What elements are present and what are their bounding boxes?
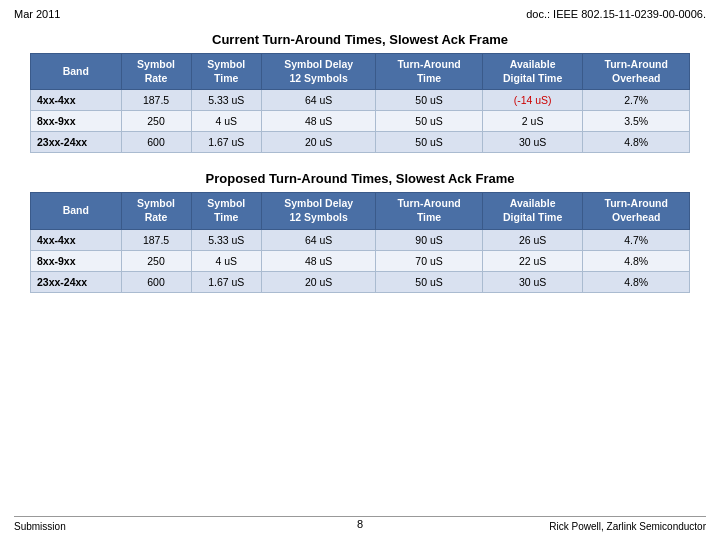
col-turnaround-overhead: Turn-AroundOverhead xyxy=(583,54,690,90)
table2-container: Proposed Turn-Around Times, Slowest Ack … xyxy=(0,171,720,292)
col2-turnaround-time: Turn-AroundTime xyxy=(376,193,482,229)
col2-band: Band xyxy=(31,193,122,229)
table-cell: 1.67 uS xyxy=(191,271,261,292)
table-cell: 48 uS xyxy=(261,250,375,271)
col2-available-digital: AvailableDigital Time xyxy=(482,193,583,229)
header-left: Mar 2011 xyxy=(14,8,60,20)
table-row: 8xx-9xx2504 uS48 uS50 uS2 uS3.5% xyxy=(31,111,690,132)
table-cell: 22 uS xyxy=(482,250,583,271)
footer-right: Rick Powell, Zarlink Semiconductor xyxy=(549,521,706,532)
col-available-digital: AvailableDigital Time xyxy=(482,54,583,90)
page-number: 8 xyxy=(357,518,363,530)
table-cell: 90 uS xyxy=(376,229,482,250)
col2-symbol-rate: SymbolRate xyxy=(121,193,191,229)
table1-header-row: Band SymbolRate SymbolTime Symbol Delay1… xyxy=(31,54,690,90)
table1-container: Current Turn-Around Times, Slowest Ack F… xyxy=(0,32,720,153)
table-cell: 4xx-4xx xyxy=(31,229,122,250)
table2: Band SymbolRate SymbolTime Symbol Delay1… xyxy=(30,192,690,292)
table-cell: 187.5 xyxy=(121,90,191,111)
table-cell: 50 uS xyxy=(376,271,482,292)
table-cell: 50 uS xyxy=(376,90,482,111)
table-cell: 30 uS xyxy=(482,271,583,292)
table-cell: 23xx-24xx xyxy=(31,271,122,292)
table-row: 8xx-9xx2504 uS48 uS70 uS22 uS4.8% xyxy=(31,250,690,271)
table-row: 4xx-4xx187.55.33 uS64 uS90 uS26 uS4.7% xyxy=(31,229,690,250)
table-cell: 4 uS xyxy=(191,111,261,132)
table-cell: 30 uS xyxy=(482,132,583,153)
table-cell: 4.8% xyxy=(583,250,690,271)
footer-left: Submission xyxy=(14,521,66,532)
header-right: doc.: IEEE 802.15-11-0239-00-0006. xyxy=(526,8,706,20)
table-row: 23xx-24xx6001.67 uS20 uS50 uS30 uS4.8% xyxy=(31,132,690,153)
table-cell: 48 uS xyxy=(261,111,375,132)
table-cell: 4.8% xyxy=(583,271,690,292)
table-cell: 250 xyxy=(121,111,191,132)
table-cell: 64 uS xyxy=(261,229,375,250)
table-cell: 4.8% xyxy=(583,132,690,153)
table2-title: Proposed Turn-Around Times, Slowest Ack … xyxy=(30,171,690,186)
table-row: 4xx-4xx187.55.33 uS64 uS50 uS(-14 uS)2.7… xyxy=(31,90,690,111)
table-cell: 50 uS xyxy=(376,132,482,153)
table-cell: 250 xyxy=(121,250,191,271)
col2-turnaround-overhead: Turn-AroundOverhead xyxy=(583,193,690,229)
table-cell: (-14 uS) xyxy=(482,90,583,111)
table-cell: 8xx-9xx xyxy=(31,250,122,271)
col-band: Band xyxy=(31,54,122,90)
col-symbol-time: SymbolTime xyxy=(191,54,261,90)
table-cell: 26 uS xyxy=(482,229,583,250)
table-cell: 23xx-24xx xyxy=(31,132,122,153)
table-cell: 4 uS xyxy=(191,250,261,271)
col-turnaround-time: Turn-AroundTime xyxy=(376,54,482,90)
table-cell: 4xx-4xx xyxy=(31,90,122,111)
table-cell: 1.67 uS xyxy=(191,132,261,153)
table-cell: 2.7% xyxy=(583,90,690,111)
col-symbol-delay: Symbol Delay12 Symbols xyxy=(261,54,375,90)
table-cell: 5.33 uS xyxy=(191,90,261,111)
table-cell: 5.33 uS xyxy=(191,229,261,250)
table-cell: 2 uS xyxy=(482,111,583,132)
table1: Band SymbolRate SymbolTime Symbol Delay1… xyxy=(30,53,690,153)
table-cell: 50 uS xyxy=(376,111,482,132)
table-cell: 20 uS xyxy=(261,271,375,292)
table2-header-row: Band SymbolRate SymbolTime Symbol Delay1… xyxy=(31,193,690,229)
table-row: 23xx-24xx6001.67 uS20 uS50 uS30 uS4.8% xyxy=(31,271,690,292)
col2-symbol-time: SymbolTime xyxy=(191,193,261,229)
col-symbol-rate: SymbolRate xyxy=(121,54,191,90)
table-cell: 20 uS xyxy=(261,132,375,153)
col2-symbol-delay: Symbol Delay12 Symbols xyxy=(261,193,375,229)
table-cell: 4.7% xyxy=(583,229,690,250)
table-cell: 187.5 xyxy=(121,229,191,250)
table-cell: 600 xyxy=(121,271,191,292)
table-cell: 8xx-9xx xyxy=(31,111,122,132)
table-cell: 64 uS xyxy=(261,90,375,111)
table-cell: 3.5% xyxy=(583,111,690,132)
table-cell: 600 xyxy=(121,132,191,153)
table-cell: 70 uS xyxy=(376,250,482,271)
table1-title: Current Turn-Around Times, Slowest Ack F… xyxy=(30,32,690,47)
